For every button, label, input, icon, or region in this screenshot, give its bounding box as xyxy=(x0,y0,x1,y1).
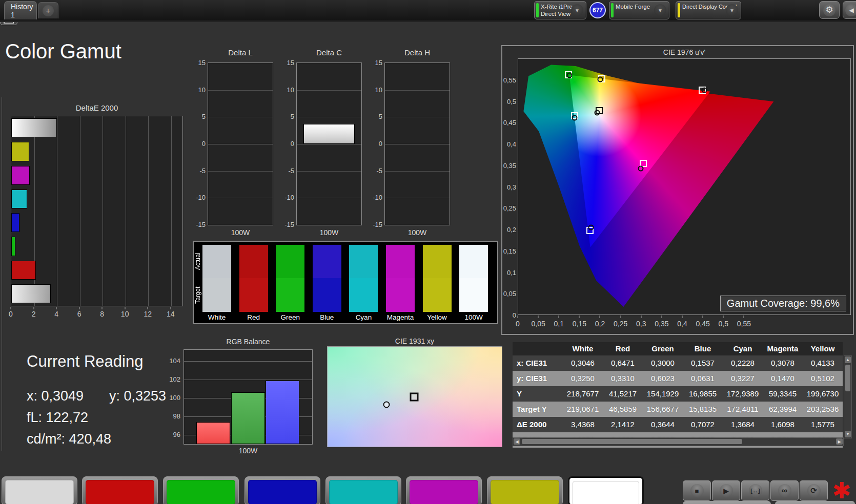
pattern-patch-green[interactable] xyxy=(163,476,239,504)
tick xyxy=(11,307,11,309)
gridline xyxy=(126,116,126,306)
table-cell: 0,3250 xyxy=(563,371,603,386)
reading-cdm2: cd/m²: 420,48 xyxy=(27,431,111,447)
meter-dropdown[interactable]: X-Rite i1Pro 3 Direct View ▼ xyxy=(534,1,586,19)
gridline xyxy=(148,116,149,306)
gridline xyxy=(297,117,361,117)
cie1976-x-tick-label: 0,25 xyxy=(614,320,627,328)
table-cell: 15,8135 xyxy=(683,402,723,417)
cie1976-chart-title: CIE 1976 u'v' xyxy=(518,48,851,56)
table-cell: 2,1412 xyxy=(603,417,643,432)
table-cell: 0,1537 xyxy=(683,355,723,371)
source-dropdown[interactable]: Mobile Forge ▼ xyxy=(609,1,669,19)
tick xyxy=(102,307,103,309)
table-column-header-white: White xyxy=(563,342,603,355)
add-tab-button[interactable]: + xyxy=(38,2,58,18)
chevron-down-icon[interactable]: ▼ xyxy=(654,4,666,16)
back-button[interactable]: «Back xyxy=(683,501,771,504)
step-icon: [↔] xyxy=(749,484,762,497)
pattern-patch-white[interactable] xyxy=(2,476,77,504)
play-icon: ▶ xyxy=(720,484,733,497)
gridline xyxy=(208,198,273,198)
table-cell: 199,6730 xyxy=(803,386,843,402)
y-tick-label: 5 xyxy=(291,113,294,120)
scroll-right-arrow[interactable]: ▶ xyxy=(836,438,843,445)
cie1976-y-tick-label: 0,15 xyxy=(503,247,516,255)
y-tick-label: 15 xyxy=(287,59,294,67)
rgb-balance-chart-title: RGB Balance xyxy=(184,338,313,346)
pattern-patch-yellow[interactable] xyxy=(487,476,563,504)
table-row-label: ΔE 2000 xyxy=(513,417,563,432)
scroll-down-arrow[interactable]: ▼ xyxy=(845,431,851,437)
table-column-header-green: Green xyxy=(643,342,683,355)
pattern-patch-magenta[interactable] xyxy=(406,476,482,504)
gridline xyxy=(208,144,273,144)
step-button[interactable]: [↔] xyxy=(741,480,769,501)
refresh-button[interactable]: ⟳ xyxy=(800,480,828,501)
scroll-thumb[interactable] xyxy=(522,439,742,444)
cie1976-y-tick-label: 0,3 xyxy=(507,183,516,191)
rgb-balance-chart xyxy=(184,349,313,445)
gridline xyxy=(208,117,273,117)
delta-l-x-label: 100W xyxy=(208,228,273,237)
actual-swatch-blue xyxy=(313,245,341,278)
reading-x: x: 0,3049 xyxy=(27,388,84,404)
horizontal-scrollbar[interactable]: ◀▶ xyxy=(513,437,844,446)
pattern-patch-100w[interactable] xyxy=(568,476,644,504)
display-control-dropdown[interactable]: Direct Display Control ▼ xyxy=(676,1,741,19)
table-row-label: x: CIE31 xyxy=(513,355,563,371)
chevron-down-icon[interactable]: ▼ xyxy=(571,4,583,16)
stop-button[interactable]: ■ xyxy=(683,480,711,501)
y-tick-label: -5 xyxy=(199,166,206,174)
tick xyxy=(538,316,539,318)
plus-icon: + xyxy=(43,5,54,16)
delta-l-y-axis: 151050-5-10-15 xyxy=(189,62,206,225)
rgb-bar-red xyxy=(196,422,230,444)
target-swatch-red xyxy=(239,278,268,312)
play-button[interactable]: ▶ xyxy=(712,480,740,501)
scroll-thumb[interactable] xyxy=(845,365,850,391)
target-swatch-white xyxy=(202,278,231,312)
chevron-down-icon[interactable]: ▼ xyxy=(726,4,738,16)
scroll-left-arrow[interactable]: ◀ xyxy=(514,438,520,445)
table-row: x: CIE310,30460,64710,30000,15370,22280,… xyxy=(513,355,843,371)
cie1931-chart-title: CIE 1931 xy xyxy=(327,337,502,345)
table-cell: 0,1470 xyxy=(763,371,803,386)
pattern-patch-cyan[interactable] xyxy=(325,476,401,504)
gridline xyxy=(385,171,450,172)
deltae-x-tick-label: 14 xyxy=(167,310,175,318)
actual-target-swatch-strip: ActualTargetWhiteRedGreenBlueCyanMagenta… xyxy=(193,241,498,324)
deltae-x-tick-label: 0 xyxy=(9,310,13,318)
next-button[interactable]: Next» xyxy=(775,501,855,504)
deltae-bar-magenta xyxy=(11,166,30,185)
measured-marker-white xyxy=(383,402,390,408)
tab-history-1[interactable]: History 1 xyxy=(4,1,37,19)
settings-button[interactable]: ⚙ xyxy=(819,1,840,19)
y-tick-label: 10 xyxy=(287,86,294,93)
reading-fl: fL: 122,72 xyxy=(27,410,88,426)
cie1976-x-tick-label: 0,35 xyxy=(655,320,668,328)
pattern-patch-blue[interactable] xyxy=(244,476,320,504)
pattern-patch-red[interactable] xyxy=(82,476,158,504)
y-tick-label: -10 xyxy=(373,194,382,201)
table-cell: 0,2228 xyxy=(723,355,763,371)
swatch-column-label-red: Red xyxy=(235,313,272,321)
gridline xyxy=(80,116,80,306)
y-tick-label: 15 xyxy=(375,59,382,67)
scroll-up-arrow[interactable]: ▲ xyxy=(845,356,851,363)
table-cell: 0,3000 xyxy=(643,355,683,371)
y-tick-label: 0 xyxy=(202,140,206,148)
tick xyxy=(661,316,662,318)
y-tick-label: 15 xyxy=(198,59,206,67)
deltae-x-tick-label: 4 xyxy=(54,310,58,318)
deltae-bar-100w xyxy=(11,118,57,137)
y-tick-label: 10 xyxy=(198,86,206,93)
y-tick-label: 10 xyxy=(375,86,382,93)
collapse-panel-button[interactable]: ◀ xyxy=(843,1,856,19)
y-tick-label: -15 xyxy=(196,221,206,228)
vertical-scrollbar[interactable]: ▲▼ xyxy=(844,355,852,438)
loop-button[interactable]: ∞ xyxy=(770,480,799,501)
cie1976-y-tick-label: 0 xyxy=(513,311,516,319)
gridline xyxy=(297,198,361,198)
actual-swatch-cyan xyxy=(349,245,378,278)
